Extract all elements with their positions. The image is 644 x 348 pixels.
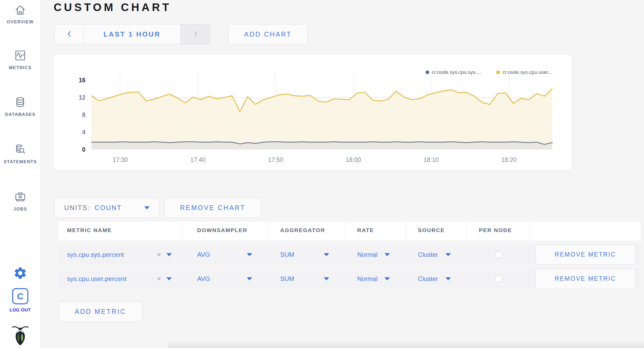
remove-chart-button[interactable]: REMOVE CHART [164, 198, 261, 218]
chevron-right-icon [192, 30, 198, 39]
sidebar-item-label: DATABASES [5, 112, 35, 117]
sidebar-item-statements[interactable]: STATEMENTS [0, 144, 40, 165]
column-header-rate: RATE [345, 222, 406, 240]
metrics-icon [14, 49, 26, 62]
legend-item-user[interactable]: cr.node.sys.cpu.user... [496, 69, 552, 75]
per-node-checkbox[interactable] [495, 251, 502, 258]
svg-text:4: 4 [82, 129, 85, 136]
page-bottom-shadow [168, 340, 644, 348]
add-metric-button[interactable]: ADD METRIC [59, 301, 142, 322]
chevron-down-icon [324, 277, 329, 280]
sidebar: OVERVIEW METRICS DATABASES [0, 0, 41, 348]
chevron-down-icon [144, 206, 150, 209]
legend-dot-user [496, 70, 500, 74]
sidebar-item-label: METRICS [9, 65, 32, 70]
column-header-aggregator: AGGREGATOR [268, 222, 345, 240]
chevron-left-icon [66, 30, 72, 39]
logout-monogram: C [17, 291, 24, 301]
chevron-down-icon [385, 253, 390, 256]
rate-value: Normal [357, 275, 377, 283]
sidebar-item-databases[interactable]: DATABASES [0, 96, 40, 117]
column-header-actions [530, 222, 641, 240]
metric-row: sys.cpu.sys.percent × AVG SUM Normal Clu… [59, 244, 641, 265]
rate-dropdown[interactable]: Normal [345, 244, 406, 265]
source-value: Cluster [418, 275, 438, 283]
time-range-value[interactable]: LAST 1 HOUR [84, 24, 180, 44]
sidebar-item-jobs[interactable]: JOBS [0, 191, 40, 212]
sidebar-item-metrics[interactable]: METRICS [0, 49, 40, 70]
jobs-icon [14, 191, 26, 203]
units-dropdown[interactable]: UNITS: COUNT [54, 198, 159, 218]
sidebar-item-overview[interactable]: OVERVIEW [0, 4, 40, 25]
chart-legend: cr.node.sys.cpu.sys.... cr.node.sys.cpu.… [426, 69, 552, 75]
chevron-down-icon [247, 277, 252, 280]
sidebar-item-label: JOBS [13, 207, 27, 212]
svg-text:12: 12 [79, 94, 85, 101]
clear-metric-icon[interactable]: × [157, 275, 161, 283]
source-value: Cluster [418, 251, 438, 258]
home-icon [14, 4, 26, 16]
units-label: UNITS: [64, 204, 90, 212]
column-header-source: SOURCE [406, 222, 467, 240]
clear-metric-icon[interactable]: × [157, 251, 161, 258]
metric-name-input[interactable]: sys.cpu.user.percent [67, 275, 126, 283]
databases-icon [14, 96, 26, 108]
statements-icon [14, 144, 26, 156]
legend-item-sys[interactable]: cr.node.sys.cpu.sys.... [426, 69, 481, 75]
time-range-prev-button[interactable] [55, 24, 84, 44]
rate-dropdown[interactable]: Normal [345, 269, 406, 289]
chevron-down-icon [247, 253, 252, 256]
svg-text:8: 8 [82, 111, 85, 118]
aggregator-dropdown[interactable]: SUM [268, 244, 345, 265]
chevron-down-icon[interactable] [166, 277, 172, 280]
chart-card: cr.node.sys.cpu.sys.... cr.node.sys.cpu.… [54, 54, 572, 171]
sidebar-item-label: OVERVIEW [7, 19, 34, 25]
metrics-table: METRIC NAME DOWNSAMPLER AGGREGATOR RATE … [59, 222, 641, 289]
aggregator-value: SUM [280, 251, 294, 258]
downsampler-value: AVG [197, 251, 210, 258]
svg-text:17:40: 17:40 [190, 156, 206, 163]
svg-text:17:30: 17:30 [113, 156, 128, 163]
remove-metric-button[interactable]: REMOVE METRIC [535, 269, 635, 289]
svg-text:16: 16 [79, 77, 85, 84]
logout-button[interactable]: C LOG OUT [0, 288, 40, 313]
logout-label: LOG OUT [10, 308, 31, 313]
custom-chart-page: OVERVIEW METRICS DATABASES [0, 0, 644, 348]
units-value: COUNT [95, 204, 122, 212]
add-chart-button[interactable]: ADD CHART [228, 24, 308, 44]
rate-value: Normal [357, 251, 377, 258]
per-node-checkbox[interactable] [495, 275, 502, 282]
aggregator-dropdown[interactable]: SUM [268, 269, 345, 289]
chevron-down-icon [324, 253, 329, 256]
svg-text:18:00: 18:00 [346, 156, 361, 163]
downsampler-dropdown[interactable]: AVG [183, 269, 268, 289]
column-header-per-node: PER NODE [467, 222, 530, 240]
legend-label-sys: cr.node.sys.cpu.sys.... [432, 69, 481, 75]
page-title: CUSTOM CHART [54, 1, 171, 14]
source-dropdown[interactable]: Cluster [406, 269, 467, 289]
legend-dot-sys [426, 70, 429, 74]
column-header-downsampler: DOWNSAMPLER [183, 222, 268, 240]
downsampler-value: AVG [197, 275, 210, 283]
cockroach-c-icon: C [12, 288, 28, 304]
source-dropdown[interactable]: Cluster [406, 244, 467, 265]
svg-text:18:10: 18:10 [423, 156, 439, 163]
metric-row: sys.cpu.user.percent × AVG SUM Normal Cl… [59, 269, 641, 289]
chevron-down-icon [446, 253, 451, 256]
cockroach-logo-icon [0, 325, 40, 346]
metrics-table-header: METRIC NAME DOWNSAMPLER AGGREGATOR RATE … [59, 222, 641, 240]
metric-name-input[interactable]: sys.cpu.sys.percent [67, 251, 124, 258]
sidebar-item-label: STATEMENTS [4, 159, 37, 165]
downsampler-dropdown[interactable]: AVG [183, 244, 268, 265]
svg-text:18:20: 18:20 [501, 156, 517, 163]
svg-text:17:50: 17:50 [268, 156, 283, 163]
time-range-next-button[interactable] [180, 24, 210, 44]
aggregator-value: SUM [280, 275, 294, 283]
legend-label-user: cr.node.sys.cpu.user... [503, 69, 552, 75]
chevron-down-icon [385, 277, 390, 280]
remove-metric-button[interactable]: REMOVE METRIC [535, 244, 635, 265]
settings-gear-icon[interactable] [0, 266, 40, 280]
time-range-picker: LAST 1 HOUR [54, 24, 210, 44]
chevron-down-icon[interactable] [166, 253, 172, 256]
svg-text:0: 0 [82, 146, 85, 153]
